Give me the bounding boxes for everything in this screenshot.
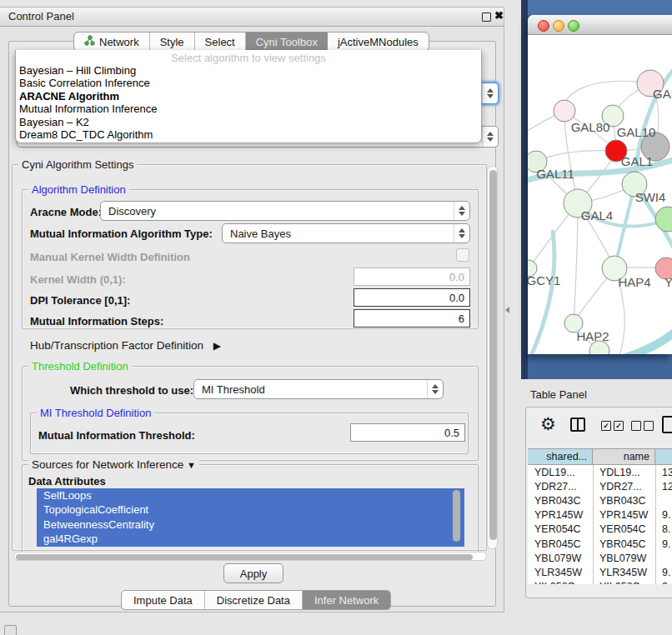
table-cell[interactable]: YDR27... bbox=[593, 479, 655, 493]
sources-title[interactable]: Sources for Network Inference ▼ bbox=[28, 458, 199, 471]
kernel-width-field[interactable]: 0.0 bbox=[354, 268, 470, 286]
mi-threshold-definition-title: MI Threshold Definition bbox=[37, 407, 154, 419]
aracne-mode-label: Aracne Mode: bbox=[30, 206, 102, 218]
network-node-gal80[interactable] bbox=[554, 100, 575, 122]
network-canvas[interactable]: GALGAL80GAL10GAL1GAL11SWI4GAL4GCY1HAP4YH… bbox=[528, 35, 672, 354]
tab-infer-network[interactable]: Infer Network bbox=[303, 591, 390, 609]
minimize-traffic-light-icon[interactable] bbox=[553, 20, 564, 32]
node-table[interactable]: shared... name YDL19...YDL19...13YDR27..… bbox=[528, 448, 672, 584]
hub-definition-toggle[interactable]: Hub/Transcription Factor Definition ▶ bbox=[30, 339, 221, 352]
splitter-collapse-icon[interactable] bbox=[505, 307, 509, 313]
data-attributes-label: Data Attributes bbox=[28, 475, 106, 488]
which-threshold-combobox[interactable]: MI Threshold bbox=[193, 379, 444, 399]
node-label: GAL80 bbox=[571, 120, 610, 134]
table-cell[interactable]: YBR043C bbox=[528, 493, 593, 508]
node-label: HAP4 bbox=[618, 275, 650, 289]
tab-network[interactable]: Network bbox=[74, 32, 150, 51]
tab-impute-data[interactable]: Impute Data bbox=[122, 591, 205, 609]
settings-hscrollbar-thumb[interactable] bbox=[16, 554, 473, 560]
tab-jactivemnodules[interactable]: jActiveMNodules bbox=[328, 32, 429, 51]
table-panel-window: ⚙ ✓ ✓ shared... name YDL19...YDL19...13Y… bbox=[525, 407, 672, 598]
stepper-icon bbox=[454, 202, 469, 220]
column-header-partial[interactable] bbox=[655, 449, 672, 465]
table-cell[interactable]: YBR045C bbox=[593, 537, 655, 551]
cyni-algorithm-settings-title: Cyni Algorithm Settings bbox=[18, 158, 137, 171]
settings-hscrollbar-track[interactable] bbox=[13, 552, 487, 561]
gear-icon[interactable]: ⚙ bbox=[540, 414, 556, 434]
columns-icon[interactable] bbox=[570, 418, 585, 432]
algorithm-option-dream8[interactable]: Dream8 DC_TDC Algorithm bbox=[16, 128, 481, 141]
node-label: GAL bbox=[653, 87, 672, 101]
close-icon[interactable]: ✖ bbox=[494, 9, 504, 22]
algorithm-option-basic-correlation[interactable]: Basic Correlation Inference bbox=[16, 77, 481, 89]
table-cell[interactable]: 8. bbox=[655, 522, 672, 537]
tab-cyni-toolbox[interactable]: Cyni Toolbox bbox=[246, 32, 328, 51]
table-cell[interactable]: YIL052C bbox=[593, 580, 655, 584]
table-cell[interactable]: YIL052C bbox=[528, 580, 593, 584]
algorithm-dropdown-popup: Select algorithm to view settings Bayesi… bbox=[15, 50, 482, 143]
table-cell[interactable]: YER054C bbox=[593, 522, 655, 537]
dpi-tolerance-field[interactable]: 0.0 bbox=[354, 288, 470, 307]
table-cell[interactable]: 9. bbox=[655, 537, 672, 551]
table-cell[interactable] bbox=[655, 551, 672, 565]
algorithm-option-bayesian-k2[interactable]: Bayesian – K2 bbox=[16, 116, 481, 128]
tab-discretize-data[interactable]: Discretize Data bbox=[205, 591, 303, 609]
table-cell[interactable]: YLR345W bbox=[528, 565, 593, 579]
table-cell[interactable]: YPR145W bbox=[593, 508, 655, 522]
mi-steps-field[interactable]: 6 bbox=[354, 309, 470, 328]
document-icon[interactable] bbox=[662, 416, 672, 433]
tab-select[interactable]: Select bbox=[195, 32, 246, 51]
float-window-icon[interactable] bbox=[482, 12, 491, 22]
table-cell[interactable]: 13 bbox=[655, 465, 672, 479]
manual-kernel-label: Manual Kernel Width Definition bbox=[30, 251, 190, 263]
table-cell[interactable]: YBL079W bbox=[593, 551, 655, 565]
table-cell[interactable]: YDL19... bbox=[593, 465, 655, 479]
network-view-window[interactable]: GALGAL80GAL10GAL1GAL11SWI4GAL4GCY1HAP4YH… bbox=[528, 15, 672, 354]
column-header-name[interactable]: name bbox=[593, 449, 655, 465]
mi-threshold-field[interactable]: 0.5 bbox=[350, 423, 465, 442]
tab-style[interactable]: Style bbox=[150, 32, 195, 51]
settings-vscrollbar-thumb[interactable] bbox=[489, 170, 497, 540]
mi-type-combobox[interactable]: Naive Bayes bbox=[222, 223, 470, 243]
table-cell[interactable]: YER054C bbox=[528, 522, 593, 537]
zoom-traffic-light-icon[interactable] bbox=[568, 20, 579, 32]
close-traffic-light-icon[interactable] bbox=[538, 20, 549, 32]
list-item[interactable]: SelfLoops bbox=[37, 488, 464, 502]
kernel-width-label: Kernel Width (0,1): bbox=[30, 273, 126, 286]
data-attributes-list[interactable]: SelfLoops TopologicalCoefficient Between… bbox=[37, 488, 464, 547]
list-item[interactable]: gal4RGexp bbox=[37, 532, 464, 546]
settings-vscrollbar-track[interactable] bbox=[487, 166, 498, 549]
algorithm-option-aracne[interactable]: ARACNE Algorithm bbox=[16, 90, 481, 102]
table-cell[interactable]: YBR043C bbox=[593, 493, 655, 508]
deselect-all-checks-icon[interactable] bbox=[631, 421, 654, 431]
stepper-icon bbox=[454, 224, 469, 242]
table-cell[interactable]: YBL079W bbox=[528, 551, 593, 565]
table-cell[interactable]: YLR345W bbox=[593, 565, 655, 579]
manual-kernel-checkbox[interactable] bbox=[456, 248, 469, 262]
network-node[interactable] bbox=[655, 207, 672, 232]
network-window-titlebar[interactable] bbox=[528, 15, 672, 35]
table-cell[interactable]: 12 bbox=[655, 479, 672, 493]
algorithm-option-mutual-information[interactable]: Mutual Information Inference bbox=[16, 102, 481, 115]
table-cell[interactable]: YDR27... bbox=[528, 479, 593, 493]
stepper-icon bbox=[482, 127, 498, 147]
expand-right-icon: ▶ bbox=[213, 340, 221, 352]
table-cell[interactable]: YDL19... bbox=[528, 465, 593, 479]
list-item[interactable]: TopologicalCoefficient bbox=[37, 502, 464, 517]
select-all-checks-icon[interactable]: ✓ ✓ bbox=[601, 421, 624, 431]
table-cell[interactable]: YBR045C bbox=[528, 537, 593, 551]
list-item[interactable]: BetweennessCentrality bbox=[37, 518, 464, 532]
column-header-shared-name[interactable]: shared... bbox=[528, 449, 593, 465]
algorithm-option-bayesian-hill-climbing[interactable]: Bayesian – Hill Climbing bbox=[16, 64, 481, 77]
aracne-mode-combobox[interactable]: Discovery bbox=[100, 201, 470, 221]
table-cell[interactable]: 9. bbox=[655, 508, 672, 522]
table-cell[interactable]: 9 bbox=[655, 580, 672, 584]
table-cell[interactable]: YPR145W bbox=[528, 508, 593, 522]
table-cell[interactable] bbox=[655, 493, 672, 508]
docked-panel-icon[interactable] bbox=[4, 625, 17, 635]
apply-button[interactable]: Apply bbox=[223, 563, 283, 583]
node-label: GCY1 bbox=[528, 273, 560, 288]
table-cell[interactable]: 9. bbox=[655, 565, 672, 579]
attribute-list-scrollbar-thumb[interactable] bbox=[453, 490, 460, 542]
network-icon bbox=[84, 35, 95, 48]
